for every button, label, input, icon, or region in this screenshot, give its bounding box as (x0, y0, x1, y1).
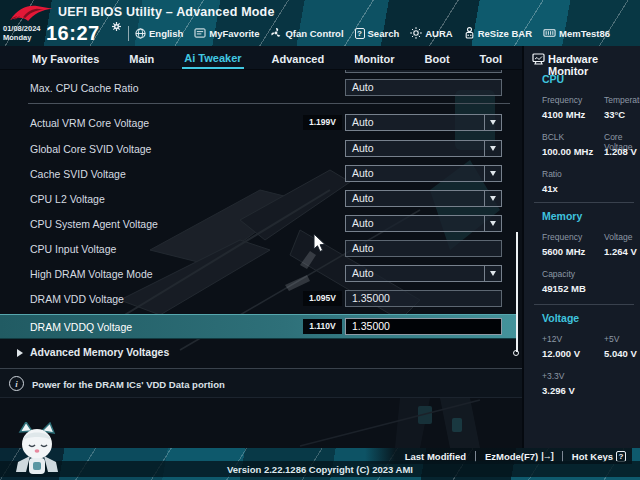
question-box-icon: ? (355, 28, 365, 39)
clipped-field-above (345, 70, 502, 73)
resize-bar-icon (464, 27, 475, 39)
chevron-right-icon (17, 349, 23, 357)
tab-main[interactable]: Main (127, 49, 156, 68)
toolbar-myfavorite-button[interactable]: MyFavorite (194, 28, 259, 39)
lower-artwork-strip (0, 398, 522, 448)
hw-stat-label: Capacity (542, 269, 575, 279)
hw-stat-label: Temperature (604, 95, 640, 105)
toolbar-aura-button[interactable]: AURA (410, 27, 452, 39)
monitor-icon (532, 53, 545, 65)
globe-icon (135, 28, 146, 39)
hw-stat-value: 1.264 V (604, 246, 637, 257)
tab-boot[interactable]: Boot (423, 49, 452, 68)
hw-section-voltage: Voltage (542, 312, 579, 324)
dram-vdd-voltage-field[interactable]: 1.35000 (345, 290, 502, 307)
caret-down-icon (490, 271, 496, 276)
hw-stat-label: Voltage (604, 232, 632, 242)
cpu-l2-voltage-select[interactable]: Auto (345, 190, 502, 207)
ezmode-button[interactable]: EzMode(F7) |→] (485, 451, 553, 462)
sun-icon (410, 27, 422, 39)
scrollbar-end-dot (513, 350, 519, 356)
day-label: Monday (3, 34, 45, 43)
mascot-character (10, 422, 64, 478)
panel-divider (534, 304, 634, 305)
bios-screen: UEFI BIOS Utility – Advanced Mode 01/08/… (0, 0, 640, 480)
toolbar-divider (128, 26, 129, 41)
hw-stat-label: +5V (604, 334, 619, 344)
cpu-input-voltage-field[interactable]: Auto (345, 240, 502, 257)
actual-vrm-core-voltage-select[interactable]: Auto (345, 114, 502, 131)
global-core-svid-voltage-select[interactable]: Auto (345, 140, 502, 157)
setting-label: Max. CPU Cache Ratio (30, 82, 139, 94)
caret-down-icon (490, 171, 496, 176)
hw-stat-label: +3.3V (542, 371, 564, 381)
section-divider (28, 103, 510, 104)
hw-stat-label: Frequency (542, 232, 582, 242)
panel-divider (534, 202, 634, 203)
tab-ai-tweaker[interactable]: Ai Tweaker (182, 48, 243, 69)
quick-toolbar: English MyFavorite Qfan Control ? Search… (135, 27, 610, 39)
hw-stat-value: 5.040 V (604, 348, 637, 359)
setting-label: CPU Input Voltage (30, 243, 116, 255)
info-circle-icon: i (9, 376, 24, 391)
footer-divider (475, 451, 476, 462)
exit-arrow-icon: |→] (541, 451, 553, 461)
hw-stat-label: Ratio (542, 169, 562, 179)
version-band: Version 2.22.1286 Copyright (C) 2023 AMI (0, 461, 640, 477)
hot-keys-button[interactable]: Hot Keys ? (572, 451, 626, 462)
hw-stat-value: 41x (542, 183, 558, 194)
dram-vddq-voltage-field[interactable]: 1.35000 (345, 318, 502, 335)
high-dram-voltage-mode-select[interactable]: Auto (345, 265, 502, 282)
hw-stat-value: 100.00 MHz (542, 146, 593, 157)
toolbar-memtest-button[interactable]: MemTest86 (543, 28, 610, 39)
caret-down-icon (490, 120, 496, 125)
cpu-system-agent-voltage-select[interactable]: Auto (345, 215, 502, 232)
live-voltage-badge: 1.095V (303, 291, 342, 306)
help-text: Power for the DRAM ICs' VDD Data portion (32, 379, 225, 390)
hardware-monitor-panel: Hardware Monitor CPU Frequency Temperatu… (522, 46, 640, 448)
hw-section-cpu: CPU (542, 73, 564, 85)
clock-settings-gear-icon[interactable] (112, 22, 121, 31)
window-title: UEFI BIOS Utility – Advanced Mode (58, 5, 275, 19)
setting-label: CPU System Agent Voltage (30, 218, 158, 230)
caret-down-icon (490, 221, 496, 226)
setting-label: Global Core SVID Voltage (30, 143, 151, 155)
hw-stat-value: 33°C (604, 109, 625, 120)
advanced-memory-voltages-item[interactable]: Advanced Memory Voltages (30, 346, 169, 358)
hw-stat-value: 4100 MHz (542, 109, 585, 120)
fan-icon (270, 27, 282, 39)
caret-down-icon (490, 146, 496, 151)
hw-stat-value: 12.000 V (542, 348, 580, 359)
selected-setting-row[interactable]: DRAM VDDQ Voltage 1.110V 1.35000 (0, 314, 517, 339)
scrollbar-thumb[interactable] (516, 232, 518, 352)
clock-time: 16:27 (46, 22, 100, 45)
live-voltage-badge: 1.199V (303, 115, 342, 130)
toolbar-qfan-button[interactable]: Qfan Control (270, 27, 343, 39)
caret-down-icon (490, 196, 496, 201)
tab-advanced[interactable]: Advanced (270, 49, 327, 68)
help-info-bar: i Power for the DRAM ICs' VDD Data porti… (0, 368, 522, 398)
last-modified-button[interactable]: Last Modified (405, 451, 466, 462)
settings-list: Max. CPU Cache Ratio Auto Actual VRM Cor… (0, 70, 522, 368)
toolbar-search-button[interactable]: ? Search (355, 28, 400, 39)
toolbar-english-button[interactable]: English (135, 28, 183, 39)
hw-stat-label: Frequency (542, 95, 582, 105)
question-box-icon: ? (616, 451, 626, 462)
hw-stat-label: BCLK (542, 132, 564, 142)
memchip-icon (543, 28, 556, 38)
rog-logo-icon (8, 2, 54, 24)
live-voltage-badge: 1.110V (303, 319, 342, 334)
hw-stat-label: +12V (542, 334, 562, 344)
card-icon (194, 28, 206, 38)
max-cpu-cache-ratio-field[interactable]: Auto (345, 79, 502, 96)
setting-label: Cache SVID Voltage (30, 168, 126, 180)
tab-my-favorites[interactable]: My Favorites (30, 49, 101, 68)
tab-tool[interactable]: Tool (478, 49, 504, 68)
hw-stat-value: 5600 MHz (542, 246, 585, 257)
cache-svid-voltage-select[interactable]: Auto (345, 165, 502, 182)
setting-label: DRAM VDDQ Voltage (30, 321, 132, 333)
setting-label: DRAM VDD Voltage (30, 293, 124, 305)
tab-monitor[interactable]: Monitor (352, 49, 396, 68)
bios-version-text: Version 2.22.1286 Copyright (C) 2023 AMI (227, 464, 413, 475)
toolbar-resizebar-button[interactable]: ReSize BAR (464, 27, 532, 39)
